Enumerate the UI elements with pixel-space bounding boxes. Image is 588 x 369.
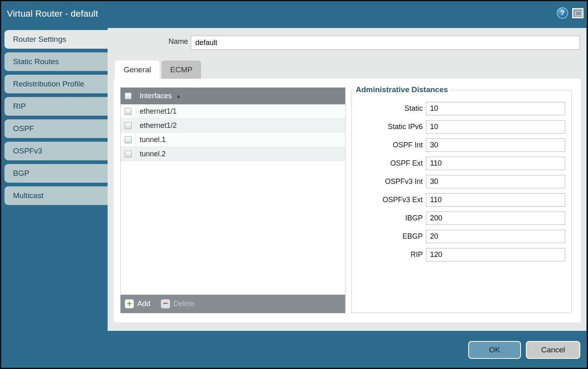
row-checkbox[interactable] [125, 122, 132, 129]
administrative-distances-fields: Static Static IPv6 OSPF Int OSPF Ext OSP… [352, 101, 571, 261]
dialog-title: Virtual Router - default [7, 9, 98, 19]
row-checkbox-cell [121, 133, 136, 147]
interfaces-table-toolbar: + Add − Delete [121, 295, 345, 313]
interfaces-column-header[interactable]: Interfaces [136, 92, 172, 100]
field-label: OSPFv3 Ext [352, 196, 426, 204]
interface-name: ethernet1/2 [136, 121, 177, 130]
minus-icon: − [161, 299, 170, 309]
field-label: EBGP [352, 232, 426, 241]
dialog-body: Name General ECMP Interfaces ▲ ethernet1… [108, 28, 586, 331]
table-row[interactable]: ethernet1/2 [121, 119, 345, 133]
cancel-button[interactable]: Cancel [526, 341, 580, 359]
delete-button-label: Delete [173, 300, 195, 308]
sidebar-item-bgp[interactable]: BGP [4, 164, 108, 183]
ospf-int-input[interactable] [426, 138, 565, 152]
sidebar-item-static-routes[interactable]: Static Routes [4, 52, 108, 71]
sidebar-item-ospfv3[interactable]: OSPFv3 [4, 142, 108, 160]
tab-general[interactable]: General [115, 60, 160, 79]
row-checkbox-cell [121, 104, 136, 118]
title-bar: Virtual Router - default ? [1, 1, 587, 27]
restore-window-icon[interactable] [572, 8, 584, 18]
name-label: Name [132, 37, 188, 46]
add-button-label: Add [137, 300, 150, 308]
virtual-router-dialog: Virtual Router - default ? Name General … [0, 0, 588, 369]
field-label: Static [352, 104, 426, 113]
select-all-checkbox[interactable] [125, 93, 132, 99]
row-checkbox-cell [121, 119, 136, 132]
row-checkbox[interactable] [125, 151, 132, 158]
admin-distance-row: RIP [352, 248, 571, 261]
add-button[interactable]: + Add [125, 299, 150, 309]
ebgp-input[interactable] [426, 230, 565, 243]
sidebar-item-ospf[interactable]: OSPF [4, 119, 108, 138]
sidebar-item-router-settings[interactable]: Router Settings [4, 30, 108, 49]
table-row[interactable]: tunnel.1 [121, 133, 345, 147]
header-checkbox-cell [121, 88, 136, 104]
table-row[interactable]: ethernet1/1 [121, 104, 345, 119]
ospfv3-ext-input[interactable] [426, 193, 565, 207]
admin-distance-row: EBGP [352, 229, 571, 243]
table-row[interactable]: tunnel.2 [121, 147, 345, 161]
ospf-ext-input[interactable] [426, 157, 565, 170]
administrative-distances-legend: Administrative Distances [354, 85, 450, 94]
ok-button[interactable]: OK [468, 341, 521, 359]
sidebar-item-rip[interactable]: RIP [4, 97, 108, 116]
interfaces-table: Interfaces ▲ ethernet1/1 ethernet1/2 tun… [120, 87, 346, 313]
sidebar: Router SettingsStatic RoutesRedistributi… [4, 30, 108, 209]
field-label: OSPF Ext [352, 159, 426, 168]
row-checkbox[interactable] [125, 108, 132, 115]
general-tab-panel: Interfaces ▲ ethernet1/1 ethernet1/2 tun… [114, 79, 581, 322]
help-icon[interactable]: ? [557, 7, 568, 19]
admin-distance-row: OSPFv3 Ext [352, 193, 571, 207]
administrative-distances-group: Administrative Distances Static Static I… [351, 90, 572, 313]
ibgp-input[interactable] [426, 211, 565, 225]
admin-distance-row: IBGP [352, 211, 571, 225]
delete-button[interactable]: − Delete [161, 299, 195, 309]
static-input[interactable] [426, 102, 565, 115]
admin-distance-row: Static [352, 101, 571, 115]
table-empty-area [121, 161, 345, 295]
name-input[interactable] [191, 36, 580, 50]
interfaces-rows: ethernet1/1 ethernet1/2 tunnel.1 tunnel.… [121, 104, 345, 161]
admin-distance-row: Static IPv6 [352, 120, 571, 134]
field-label: OSPFv3 Int [352, 177, 426, 186]
admin-distance-row: OSPF Ext [352, 156, 571, 170]
interface-name: tunnel.2 [136, 150, 166, 158]
row-checkbox-cell [121, 147, 136, 161]
plus-icon: + [125, 299, 134, 309]
field-label: IBGP [352, 214, 426, 222]
ospfv3-int-input[interactable] [426, 175, 565, 188]
sort-ascending-icon[interactable]: ▲ [176, 93, 181, 99]
interface-name: tunnel.1 [136, 136, 166, 144]
field-label: RIP [352, 250, 426, 259]
sidebar-item-multicast[interactable]: Multicast [4, 186, 108, 205]
row-checkbox[interactable] [125, 136, 132, 143]
interface-name: ethernet1/1 [136, 107, 177, 116]
sidebar-item-redistribution-profile[interactable]: Redistribution Profile [4, 75, 108, 93]
tab-ecmp[interactable]: ECMP [162, 60, 201, 79]
static-ipv6-input[interactable] [426, 120, 565, 134]
interfaces-table-header: Interfaces ▲ [121, 88, 345, 104]
field-label: Static IPv6 [352, 123, 426, 131]
admin-distance-row: OSPF Int [352, 138, 571, 152]
rip-input[interactable] [426, 248, 565, 261]
field-label: OSPF Int [352, 141, 426, 149]
admin-distance-row: OSPFv3 Int [352, 175, 571, 188]
